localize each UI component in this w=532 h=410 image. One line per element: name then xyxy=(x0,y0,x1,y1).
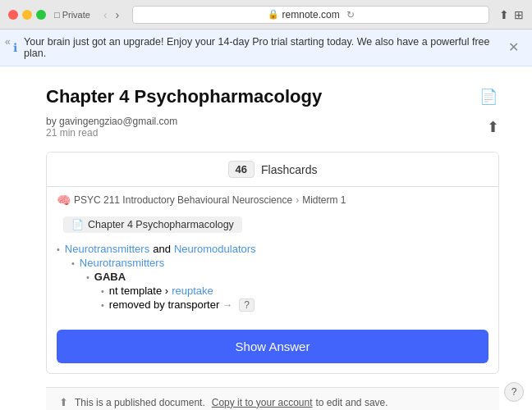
tabs-button[interactable]: ⊞ xyxy=(514,8,524,21)
back-button[interactable]: ‹ xyxy=(100,7,111,23)
show-answer-button[interactable]: Show Answer xyxy=(57,330,488,363)
flashcard-header: 46 Flashcards xyxy=(47,153,498,187)
bullet-icon: • xyxy=(101,286,104,296)
read-time: 21 min read xyxy=(46,127,177,139)
breadcrumb-course: PSYC 211 Introductory Behavioural Neuros… xyxy=(74,194,292,206)
tree-item-gaba[interactable]: GABA xyxy=(94,271,126,283)
bullet-icon: • xyxy=(57,244,60,254)
breadcrumb-separator: › xyxy=(296,194,299,206)
bullet-icon: • xyxy=(101,300,104,310)
breadcrumb-page: Midterm 1 xyxy=(302,194,346,206)
document-footer: ⬆ This is a published document. Copy it … xyxy=(46,387,499,410)
flashcard-section: 46 Flashcards 🧠 PSYC 211 Introductory Be… xyxy=(46,152,499,374)
author-info: by gavingengziao@gmail.com 21 min read xyxy=(46,116,177,139)
flashcard-label: Flashcards xyxy=(261,163,317,176)
maximize-button[interactable] xyxy=(36,10,46,20)
author-prefix: by xyxy=(46,116,59,127)
notification-banner: ℹ Your brain just got an upgrade! Enjoy … xyxy=(0,30,532,66)
footer-after-link: to edit and save. xyxy=(316,397,388,408)
private-label: □ Private xyxy=(54,10,90,20)
sidebar-toggle-button[interactable]: « xyxy=(0,30,16,54)
address-bar[interactable]: 🔒 remnote.com ↻ xyxy=(132,6,489,24)
breadcrumb: 🧠 PSYC 211 Introductory Behavioural Neur… xyxy=(47,187,498,213)
list-item: • nt template › reuptake xyxy=(57,285,488,297)
close-button[interactable] xyxy=(8,10,18,20)
browser-chrome: □ Private ‹ › 🔒 remnote.com ↻ ⬆ ⊞ xyxy=(0,0,532,30)
tree-text-nt: nt template › xyxy=(109,285,168,297)
bullet-icon: • xyxy=(71,258,75,268)
question-mark-button[interactable]: ? xyxy=(239,298,255,312)
lock-icon: 🔒 xyxy=(268,9,279,20)
copy-account-link[interactable]: Copy it to your account xyxy=(212,397,313,408)
page-icon: 📄 xyxy=(71,219,84,230)
tree-link-neuromodulators[interactable]: Neuromodulators xyxy=(174,243,256,255)
tree-text-removed: removed by transporter xyxy=(109,298,219,311)
flashcard-count: 46 xyxy=(228,161,255,178)
list-item: • removed by transporter → ? xyxy=(57,298,488,312)
current-page-pill: 📄 Chapter 4 Psychopharmacology xyxy=(63,216,242,233)
main-content: Chapter 4 Psychopharmacology 📄 by gaving… xyxy=(0,66,532,410)
address-text: remnote.com xyxy=(282,9,340,20)
bullet-icon: • xyxy=(86,272,89,282)
arrow-icon: → xyxy=(222,299,232,311)
share-button[interactable]: ⬆ xyxy=(487,118,499,136)
tree-link-reuptake[interactable]: reuptake xyxy=(172,285,213,297)
list-item: • GABA xyxy=(57,271,488,283)
author-email: gavingengziao@gmail.com xyxy=(59,116,177,127)
current-page-label: Chapter 4 Psychopharmacology xyxy=(88,219,234,230)
breadcrumb-emoji: 🧠 xyxy=(57,194,71,207)
forward-button[interactable]: › xyxy=(112,7,123,23)
notification-close-button[interactable]: ✕ xyxy=(508,41,519,54)
help-button[interactable]: ? xyxy=(504,382,524,402)
document-options-button[interactable]: 📄 xyxy=(478,86,499,107)
refresh-icon: ↻ xyxy=(346,9,355,20)
nav-buttons: ‹ › xyxy=(100,7,122,23)
list-item: • Neurotransmitters and Neuromodulators xyxy=(57,243,488,255)
document-header: Chapter 4 Psychopharmacology 📄 xyxy=(46,86,499,112)
browser-actions: ⬆ ⊞ xyxy=(499,8,524,21)
document-title: Chapter 4 Psychopharmacology xyxy=(46,86,322,107)
minimize-button[interactable] xyxy=(22,10,32,20)
footer-icon: ⬆ xyxy=(59,396,68,408)
footer-text: This is a published document. xyxy=(75,397,205,408)
list-item: • Neurotransmitters xyxy=(57,257,488,269)
tree-link-neurotransmitters-sub[interactable]: Neurotransmitters xyxy=(80,257,164,269)
private-icon: □ xyxy=(54,10,60,20)
document-meta: by gavingengziao@gmail.com 21 min read ⬆ xyxy=(46,116,499,139)
notification-text: Your brain just got an upgrade! Enjoy yo… xyxy=(24,36,502,59)
current-page-row: 📄 Chapter 4 Psychopharmacology xyxy=(53,213,492,236)
author-line: by gavingengziao@gmail.com xyxy=(46,116,177,127)
traffic-lights xyxy=(8,10,46,20)
tree-link-neurotransmitters[interactable]: Neurotransmitters xyxy=(65,243,149,255)
tree-content: • Neurotransmitters and Neuromodulators … xyxy=(47,243,498,323)
share-browser-button[interactable]: ⬆ xyxy=(499,8,509,21)
